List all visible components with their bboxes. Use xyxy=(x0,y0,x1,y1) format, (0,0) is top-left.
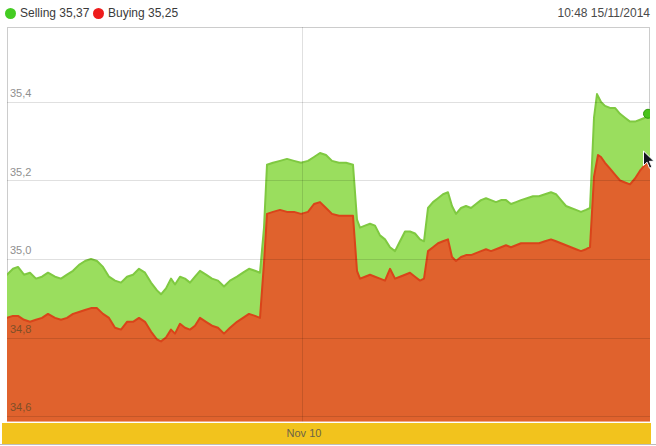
buying-legend-label: Buying 35,25 xyxy=(108,6,178,20)
area-chart-svg xyxy=(7,27,650,422)
bottom-border xyxy=(0,444,656,445)
legend: Selling 35,37 Buying 35,25 10:48 15/11/2… xyxy=(0,0,656,27)
x-axis-band: Nov 10 xyxy=(2,423,651,444)
selling-legend-label: Selling 35,37 xyxy=(20,6,89,20)
y-axis-tick-label: 34,6 xyxy=(10,401,31,414)
x-axis-date-label: Nov 10 xyxy=(269,423,339,444)
y-axis-tick-label: 35,4 xyxy=(10,87,31,100)
y-axis-tick-label: 35,2 xyxy=(10,166,31,179)
selling-end-bullet xyxy=(644,109,651,118)
last-update-timestamp: 10:48 15/11/2014 xyxy=(557,6,650,20)
plot-area[interactable]: 35,435,235,034,834,6 xyxy=(7,27,650,422)
buying-series-dot-icon xyxy=(93,8,104,19)
y-axis-tick-label: 34,8 xyxy=(10,323,31,336)
price-chart-widget: { "legend": { "selling_label": "Selling … xyxy=(0,0,656,446)
selling-series-dot-icon xyxy=(5,8,16,19)
mouse-cursor-icon xyxy=(642,150,655,170)
y-axis-tick-label: 35,0 xyxy=(10,244,31,257)
